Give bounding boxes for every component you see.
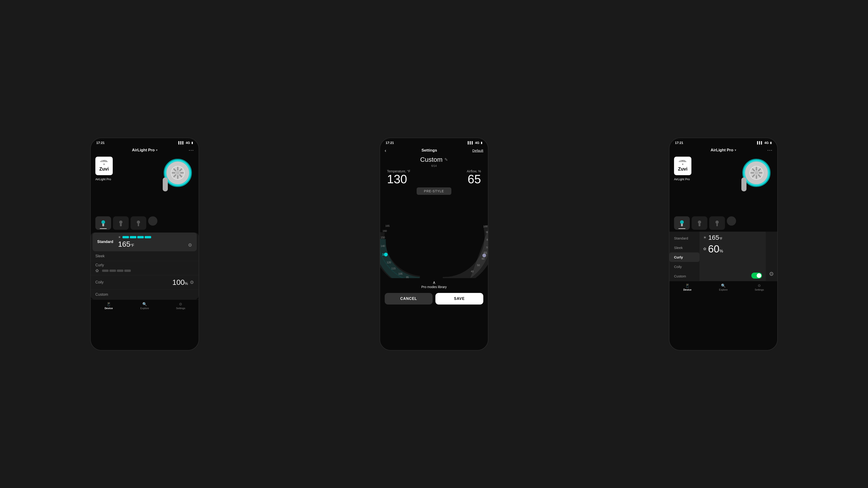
signal-3: ▌▌▌ [757,141,763,144]
brand-logo-3: L'ORÉAL PROFESSIONNEL × Zuvi [674,157,691,175]
bottom-nav-1: 📱 Device 🔍 Explore ⚙ Settings [91,299,198,311]
standard-temp-detail: ☀ 165°F [703,234,762,241]
action-btns: CANCEL SAVE [380,291,488,308]
network-3: 4G [764,141,769,144]
status-right-1: ▌▌▌ 4G ▮ [179,141,193,144]
temp-metric-value: 130 [387,173,410,185]
mode-icon-3[interactable] [130,216,146,230]
svg-text:100: 100 [483,225,488,228]
bar-group-1 [122,236,151,238]
dropdown-arrow-1: ▾ [156,149,157,152]
nav-label-explore-3: Explore [719,288,727,291]
screen-2: 17:21 ▌▌▌ 4G ▮ ‹ Settings Default Custom… [380,138,488,351]
brand-logo-1: L'ORÉAL PROFESSIONNEL × Zuvi [95,157,113,175]
custom-label: Custom [95,292,194,297]
svg-text:120: 120 [387,261,391,264]
svg-point-55 [754,171,758,175]
p3-sleek[interactable]: Sleek [670,243,700,253]
mode-icon-3-4[interactable] [727,216,736,226]
signal-1: ▌▌▌ [179,141,184,144]
preset-standard[interactable]: Standard ☀ [93,232,197,251]
svg-rect-49 [759,172,763,173]
back-btn[interactable]: ‹ [385,148,386,153]
airflow-metric-value: 65 [467,173,481,185]
battery-2: ▮ [481,141,483,144]
svg-rect-14 [163,177,168,191]
network-1: 4G [186,141,190,144]
chevron-up-icon: ∧ [433,280,436,285]
status-bar-3: 17:21 ▌▌▌ 4G ▮ [670,138,777,146]
mode-icon-3-2[interactable] [692,216,707,230]
device-label-1: AirLight Pro [95,177,111,181]
pro-modes-section[interactable]: ∧ Pro modes library [380,278,488,291]
nav-settings-3[interactable]: ⚙ Settings [741,284,777,291]
mode-icon-3-3[interactable] [709,216,725,230]
toggle-knob [757,273,761,278]
time-2: 17:21 [385,141,394,144]
device-image-3 [728,152,775,194]
pre-style-btn[interactable]: PRE-STYLE [416,188,452,195]
bar-2 [130,236,136,238]
mode-icon-2[interactable] [113,216,129,230]
bar-1 [122,236,129,238]
nav-explore-1[interactable]: 🔍 Explore [127,302,162,310]
svg-point-57 [680,220,684,224]
phone-1: 17:21 ▌▌▌ 4G ▮ AirLight Pro ▾ ··· [0,0,289,488]
cancel-button[interactable]: CANCEL [385,293,433,304]
dial-area[interactable]: 165 160 150 140 130 120 115 [380,199,488,278]
save-button[interactable]: SAVE [435,293,483,304]
preset-coily[interactable]: Coily 100% ⚙ [91,275,198,290]
phone-3: 17:21 ▌▌▌ 4G ▮ AirLight Pro ▾ ··· [579,0,868,488]
nav-explore-3[interactable]: 🔍 Explore [705,284,741,291]
presets-panel-3: Standard Sleek Curly Coily Custom [670,232,777,281]
preset-detail-col: ☀ 165°F ✿ 60% [700,232,766,281]
zuvi-text: Zuvi [99,166,109,171]
dropdown-arrow-3: ▾ [735,149,736,152]
gear-icon-1[interactable]: ⚙ [188,242,192,248]
airflow-bar-3 [117,269,123,272]
phone-2: 17:21 ▌▌▌ 4G ▮ ‹ Settings Default Custom… [289,0,579,488]
header-title-3[interactable]: AirLight Pro ▾ [711,148,736,153]
edit-icon[interactable]: ✎ [444,157,448,162]
preset-custom[interactable]: Custom [91,290,198,299]
mode-icons-row-1 [91,215,198,232]
brand-device-row-3: L'ORÉAL PROFESSIONNEL × Zuvi AirLight Pr… [670,154,777,191]
pro-modes-label: Pro modes library [421,285,447,289]
bar-3 [137,236,144,238]
nav-device-3[interactable]: 📱 Device [670,284,705,291]
mode-icon-1[interactable] [95,216,111,230]
mode-icon-3-1[interactable] [674,216,690,230]
svg-point-59 [698,221,701,224]
svg-rect-47 [756,167,757,170]
bottom-nav-3: 📱 Device 🔍 Explore ⚙ Settings [670,281,777,292]
p3-custom[interactable]: Custom [670,271,700,281]
battery-3: ▮ [770,141,772,144]
custom-title-row: Custom ✎ [380,155,488,164]
p3-curly[interactable]: Curly [670,253,700,262]
svg-rect-16 [102,224,104,226]
pro-text-3: PROFESSIONNEL [679,162,687,162]
default-btn[interactable]: Default [472,149,483,153]
temp-bars: ☀ [118,235,192,239]
nav-device-1[interactable]: 📱 Device [91,302,127,310]
custom-toggle[interactable] [751,272,762,279]
nav-settings-1[interactable]: ⚙ Settings [163,302,198,310]
gear-icon-3[interactable]: ⚙ [769,271,774,277]
preset-sleek[interactable]: Sleek [91,251,198,261]
presets-panel-1: Standard ☀ [91,232,198,299]
svg-text:140: 140 [381,245,385,247]
coily-label: Coily [95,280,171,284]
airflow-bar-2 [110,269,116,272]
nav-label-settings-3: Settings [754,288,764,291]
p3-coily[interactable]: Coily [670,262,700,271]
standard-label: Standard [97,240,118,244]
airflow-bars-1 [102,269,131,272]
preset-curly[interactable]: Curly ✿ [91,261,198,275]
gear-icon-2[interactable]: ⚙ [190,280,194,285]
svg-rect-62 [716,224,718,226]
x-text-3: × [682,163,684,166]
p3-standard[interactable]: Standard [670,233,700,243]
fan-icon-1: ✿ [95,268,99,273]
mode-icon-4[interactable] [148,216,157,226]
header-title-1[interactable]: AirLight Pro ▾ [132,148,157,153]
